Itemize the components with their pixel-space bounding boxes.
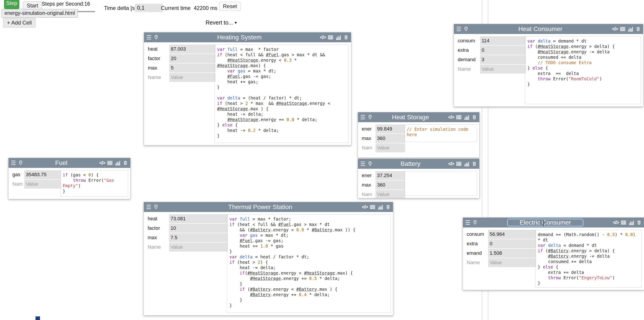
card-header[interactable]: ☰ Fuel </>	[8, 158, 130, 168]
time-delta-input[interactable]	[135, 4, 163, 12]
menu-icon[interactable]: ☰	[146, 34, 152, 41]
menu-icon[interactable]: ☰	[146, 204, 151, 211]
pin-icon[interactable]	[472, 220, 478, 225]
var-name-input[interactable]	[146, 233, 172, 242]
menu-icon[interactable]: ☰	[456, 26, 461, 33]
var-value-input[interactable]	[376, 181, 405, 190]
var-name-input[interactable]	[146, 73, 172, 82]
chart-icon[interactable]	[464, 161, 470, 167]
code-icon[interactable]: </>	[362, 204, 368, 210]
trash-icon[interactable]	[343, 35, 349, 40]
start-button[interactable]: Start	[23, 1, 42, 10]
menu-icon[interactable]: ☰	[360, 114, 365, 121]
pin-icon[interactable]	[368, 114, 373, 120]
code-editor[interactable]: // Enter simulation code here	[404, 124, 477, 142]
chart-icon[interactable]	[628, 26, 634, 32]
table-icon[interactable]	[620, 26, 626, 32]
pin-icon[interactable]	[368, 161, 373, 167]
var-name-input[interactable]	[465, 230, 491, 239]
card-header[interactable]: ☰ Electric Consumer </>	[463, 218, 644, 228]
var-value-input[interactable]	[376, 124, 405, 133]
code-editor[interactable]: var full = max * factor if (heat < full …	[214, 45, 349, 143]
var-value-input[interactable]	[169, 214, 228, 223]
card-header[interactable]: ☰ Heat Consumer </>	[454, 24, 643, 34]
table-icon[interactable]	[621, 220, 626, 226]
card-header[interactable]: ☰ Heat Storage </>	[358, 112, 479, 122]
var-value-input[interactable]	[24, 180, 61, 189]
code-editor[interactable]: demand += (Math.random() - 0.5) * 0.01 *…	[535, 230, 642, 288]
code-editor[interactable]: var full = max * factor; if (heat < full…	[227, 214, 391, 313]
card-title[interactable]: Heat Consumer	[518, 26, 562, 33]
trash-icon[interactable]	[636, 26, 641, 32]
var-value-input[interactable]	[169, 224, 228, 233]
var-value-input[interactable]	[169, 63, 216, 72]
var-value-input[interactable]	[488, 249, 536, 258]
var-name-input[interactable]	[146, 63, 172, 72]
var-value-input[interactable]	[169, 54, 216, 63]
var-name-input[interactable]	[465, 249, 491, 258]
chart-icon[interactable]	[115, 160, 121, 166]
var-name-input[interactable]	[146, 54, 172, 63]
chart-icon[interactable]	[336, 35, 341, 40]
code-icon[interactable]: </>	[448, 114, 454, 120]
card-title-edit[interactable]: Electric Consumer	[507, 218, 584, 227]
code-editor[interactable]	[404, 171, 477, 196]
step-button[interactable]: Step	[4, 0, 19, 9]
table-icon[interactable]	[456, 114, 462, 120]
code-icon[interactable]: </>	[320, 35, 326, 40]
var-value-input[interactable]	[169, 73, 216, 82]
var-name-input[interactable]	[146, 243, 172, 252]
card-title[interactable]: Heat Storage	[392, 114, 429, 121]
trash-icon[interactable]	[636, 220, 642, 225]
var-value-input[interactable]	[376, 190, 405, 198]
card-header[interactable]: ☰ Heating System </>	[144, 32, 351, 42]
var-value-input[interactable]	[488, 239, 536, 248]
var-name-input[interactable]	[456, 55, 483, 64]
var-value-input[interactable]	[480, 65, 526, 74]
var-value-input[interactable]	[376, 143, 405, 152]
card-title[interactable]: Thermal Power Station	[228, 203, 292, 211]
var-value-input[interactable]	[24, 170, 61, 179]
var-name-input[interactable]	[465, 258, 491, 267]
var-value-input[interactable]	[480, 55, 526, 64]
pin-icon[interactable]	[153, 204, 159, 210]
var-value-input[interactable]	[376, 171, 405, 180]
pin-icon[interactable]	[154, 35, 159, 40]
var-name-input[interactable]	[456, 36, 483, 45]
table-icon[interactable]	[328, 35, 334, 40]
var-name-input[interactable]	[465, 239, 491, 248]
code-icon[interactable]: </>	[99, 160, 105, 166]
trash-icon[interactable]	[123, 160, 128, 166]
var-value-input[interactable]	[169, 243, 228, 252]
menu-icon[interactable]: ☰	[11, 159, 16, 167]
trash-icon[interactable]	[472, 161, 477, 167]
table-icon[interactable]	[107, 160, 113, 166]
code-icon[interactable]: </>	[612, 26, 618, 32]
revert-to-dropdown[interactable]: Revert to... ▾	[206, 19, 237, 26]
add-cell-button[interactable]: + Add Cell	[3, 18, 36, 28]
var-name-input[interactable]	[146, 224, 172, 233]
code-editor[interactable]: var delta = demand * dt if (#HeatStorage…	[525, 36, 641, 104]
var-value-input[interactable]	[488, 258, 536, 267]
card-title[interactable]: Battery	[400, 160, 420, 168]
chart-icon[interactable]	[378, 204, 383, 210]
pin-icon[interactable]	[463, 26, 469, 32]
card-header[interactable]: ☰ Battery </>	[358, 159, 479, 169]
table-icon[interactable]	[456, 161, 462, 167]
code-icon[interactable]: </>	[613, 220, 618, 226]
menu-icon[interactable]: ☰	[360, 161, 365, 168]
var-value-input[interactable]	[169, 233, 228, 242]
var-value-input[interactable]	[376, 134, 405, 143]
chart-icon[interactable]	[628, 220, 634, 226]
var-name-input[interactable]	[456, 46, 483, 55]
menu-icon[interactable]: ☰	[465, 219, 470, 226]
var-name-input[interactable]	[456, 65, 483, 74]
chart-icon[interactable]	[464, 114, 470, 120]
card-title[interactable]: Fuel	[55, 159, 68, 167]
var-value-input[interactable]	[480, 46, 526, 55]
var-value-input[interactable]	[169, 45, 216, 54]
var-name-input[interactable]	[146, 45, 172, 54]
code-icon[interactable]: </>	[448, 161, 454, 167]
card-header[interactable]: ☰ Thermal Power Station </>	[144, 202, 393, 212]
reset-button[interactable]: Reset	[219, 2, 241, 11]
